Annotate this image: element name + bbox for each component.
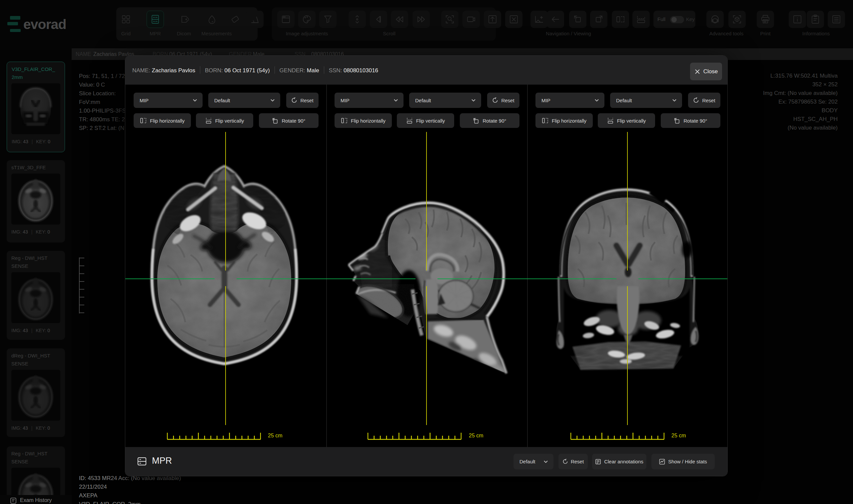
svg-text:evorad: evorad [23,17,66,32]
